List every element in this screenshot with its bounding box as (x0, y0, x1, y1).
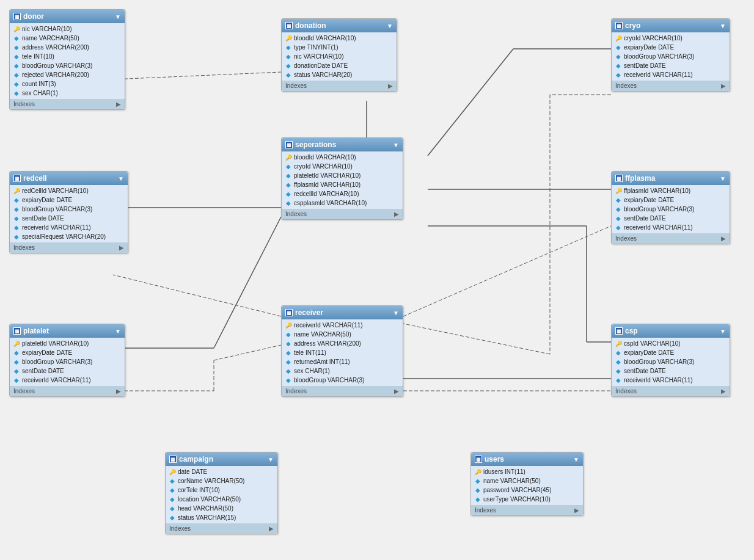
diamond-icon: ◆ (615, 63, 621, 69)
table-fields-csp: 🔑cspId VARCHAR(10) ◆expiaryDate DATE ◆bl… (612, 338, 730, 386)
diamond-icon: ◆ (615, 206, 621, 213)
diamond-icon: ◆ (13, 81, 20, 87)
diamond-icon: ◆ (13, 377, 20, 384)
field-row: ◆sentDate DATE (612, 61, 730, 70)
table-redcell: ▦ redcell ▼ 🔑redCellId VARCHAR(10) ◆expi… (9, 171, 128, 253)
field-row: ◆receiverId VARCHAR(11) (10, 376, 125, 385)
diamond-icon: ◆ (13, 63, 20, 69)
field-row: ◆expiaryDate DATE (612, 348, 730, 357)
field-row: ◆returnedAmt INT(11) (282, 357, 403, 366)
field-row: 🔑plateletId VARCHAR(10) (10, 339, 125, 348)
field-row: ◆bloodGroup VARCHAR(3) (10, 61, 125, 70)
table-footer-redcell[interactable]: Indexes ▶ (10, 242, 128, 253)
table-header-receiver[interactable]: ▦ receiver ▼ (282, 306, 403, 319)
arrow-icon: ▶ (269, 525, 274, 532)
field-row: ◆sex CHAR(1) (10, 89, 125, 98)
diamond-icon: ◆ (285, 359, 291, 365)
field-row: ◆redcellId VARCHAR(10) (282, 189, 403, 198)
diamond-icon: ◆ (285, 200, 291, 206)
diamond-icon: ◆ (13, 72, 20, 78)
diamond-icon: ◆ (285, 63, 291, 69)
diamond-icon: ◆ (615, 45, 621, 51)
table-footer-csp[interactable]: Indexes ▶ (612, 386, 730, 396)
svg-line-13 (214, 345, 281, 360)
table-header-users[interactable]: ▦ users ▼ (471, 453, 583, 466)
field-row: 🔑idusers INT(11) (471, 467, 583, 476)
table-header-csp[interactable]: ▦ csp ▼ (612, 324, 730, 338)
diamond-icon: ◆ (169, 487, 175, 493)
table-footer-ffplasma[interactable]: Indexes ▶ (612, 233, 730, 244)
field-row: ◆ffplasmId VARCHAR(10) (282, 180, 403, 189)
diamond-icon: ◆ (615, 72, 621, 78)
table-icon-csp: ▦ (615, 327, 623, 335)
table-header-seperations[interactable]: ▦ seperations ▼ (282, 138, 403, 151)
field-row: ◆receiverId VARCHAR(11) (612, 376, 730, 385)
field-row: ◆bloodGroup VARCHAR(3) (10, 205, 128, 214)
field-row: 🔑cryoId VARCHAR(10) (612, 34, 730, 43)
table-title-campaign: campaign (179, 455, 213, 464)
field-row: 🔑ffplasmId VARCHAR(10) (612, 186, 730, 195)
diamond-icon: ◆ (169, 478, 175, 484)
table-footer-donor[interactable]: Indexes ▶ (10, 99, 125, 109)
field-row: ◆address VARCHAR(200) (10, 43, 125, 52)
table-header-platelet[interactable]: ▦ platelet ▼ (10, 324, 125, 338)
field-row: 🔑cspId VARCHAR(10) (612, 339, 730, 348)
indexes-label: Indexes (13, 388, 35, 395)
key-icon: 🔑 (13, 341, 20, 347)
field-row: ◆tele INT(11) (282, 348, 403, 357)
diamond-icon: ◆ (13, 45, 20, 51)
table-footer-platelet[interactable]: Indexes ▶ (10, 386, 125, 396)
diamond-icon: ◆ (13, 35, 20, 42)
canvas: ▦ donor ▼ 🔑nic VARCHAR(10) ◆name VARCHAR… (0, 0, 754, 560)
field-row: ◆address VARCHAR(200) (282, 339, 403, 348)
table-header-donor[interactable]: ▦ donor ▼ (10, 10, 125, 23)
table-header-donation[interactable]: ▦ donation ▼ (282, 19, 397, 32)
diamond-icon: ◆ (169, 506, 175, 512)
dropdown-icon-ffplasma: ▼ (720, 175, 726, 182)
indexes-label: Indexes (615, 82, 637, 89)
dropdown-icon-csp: ▼ (720, 328, 726, 335)
diamond-icon: ◆ (285, 72, 291, 78)
diamond-icon: ◆ (13, 90, 20, 96)
table-title-receiver: receiver (295, 308, 323, 317)
key-icon: 🔑 (615, 188, 621, 194)
table-header-redcell[interactable]: ▦ redcell ▼ (10, 172, 128, 185)
table-platelet: ▦ platelet ▼ 🔑plateletId VARCHAR(10) ◆ex… (9, 324, 125, 397)
table-header-campaign[interactable]: ▦ campaign ▼ (166, 453, 277, 466)
diamond-icon: ◆ (285, 191, 291, 197)
table-header-cryo[interactable]: ▦ cryo ▼ (612, 19, 730, 32)
diamond-icon: ◆ (615, 350, 621, 356)
field-row: ◆type TINYINT(1) (282, 43, 397, 52)
field-row: ◆head VARCHAR(50) (166, 504, 277, 513)
table-donation: ▦ donation ▼ 🔑bloodId VARCHAR(10) ◆type … (281, 18, 397, 92)
arrow-icon: ▶ (388, 82, 393, 89)
table-footer-receiver[interactable]: Indexes ▶ (282, 386, 403, 396)
field-row: ◆receiverId VARCHAR(11) (612, 223, 730, 232)
diamond-icon: ◆ (13, 206, 20, 213)
table-icon-platelet: ▦ (13, 327, 21, 335)
table-footer-seperations[interactable]: Indexes ▶ (282, 209, 403, 219)
table-fields-donation: 🔑bloodId VARCHAR(10) ◆type TINYINT(1) ◆n… (282, 32, 397, 81)
field-row: ◆bloodGroup VARCHAR(3) (612, 52, 730, 61)
table-title-seperations: seperations (295, 140, 336, 149)
diamond-icon: ◆ (285, 164, 291, 170)
table-footer-cryo[interactable]: Indexes ▶ (612, 81, 730, 91)
table-users: ▦ users ▼ 🔑idusers INT(11) ◆name VARCHAR… (470, 452, 584, 516)
diamond-icon: ◆ (615, 216, 621, 222)
field-row: ◆corTele INT(10) (166, 485, 277, 495)
table-footer-users[interactable]: Indexes ▶ (471, 505, 583, 515)
arrow-icon: ▶ (721, 388, 726, 395)
table-footer-donation[interactable]: Indexes ▶ (282, 81, 397, 91)
diamond-icon: ◆ (285, 341, 291, 347)
dropdown-icon-cryo: ▼ (720, 23, 726, 29)
table-footer-campaign[interactable]: Indexes ▶ (166, 523, 277, 534)
table-header-ffplasma[interactable]: ▦ ffplasma ▼ (612, 172, 730, 185)
svg-line-15 (403, 226, 611, 316)
svg-line-3 (428, 49, 513, 156)
diamond-icon: ◆ (285, 368, 291, 374)
svg-line-10 (214, 217, 281, 348)
diamond-icon: ◆ (169, 496, 175, 503)
diamond-icon: ◆ (13, 225, 20, 231)
table-fields-donor: 🔑nic VARCHAR(10) ◆name VARCHAR(50) ◆addr… (10, 23, 125, 99)
field-row: ◆bloodGroup VARCHAR(3) (612, 205, 730, 214)
